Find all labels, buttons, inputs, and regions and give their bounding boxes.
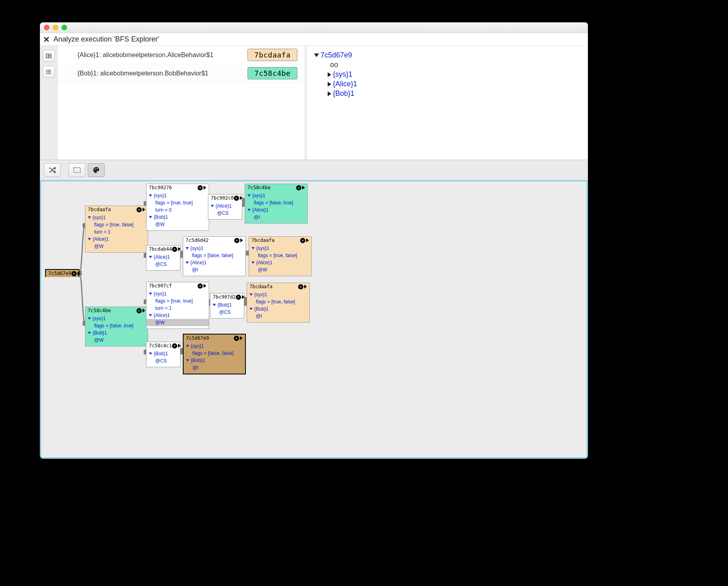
node-close-icon[interactable]: ✕	[136, 308, 142, 313]
node-close-icon[interactable]: ✕	[236, 295, 241, 300]
state-body: {sys}1flags = [true, false]turn = 1{Alic…	[85, 213, 148, 252]
thread-hash-chip[interactable]: 7bcdaafa	[247, 49, 297, 61]
node-expand-icon[interactable]	[304, 285, 307, 289]
node-expand-icon[interactable]	[242, 295, 245, 299]
state-line: @W	[146, 319, 209, 326]
close-icon[interactable]	[44, 25, 49, 30]
state-line: @CS	[219, 309, 241, 316]
titlebar[interactable]	[40, 22, 588, 33]
close-tab-icon[interactable]: ✕	[43, 36, 51, 44]
state-line: @W	[258, 266, 309, 273]
state-node[interactable]: 7bcdaafa✕{sys}1flags = [true, false]{Bob…	[247, 283, 310, 323]
node-expand-icon[interactable]	[142, 208, 145, 212]
node-expand-icon[interactable]	[178, 344, 181, 348]
state-line: flags = [true, false]	[94, 221, 145, 228]
chevron-right-icon[interactable]	[328, 72, 331, 77]
node-expand-icon[interactable]	[142, 309, 145, 313]
state-line: {sys}1	[186, 342, 243, 350]
state-line: flags = [true, true]	[155, 297, 206, 305]
state-line: @W	[155, 221, 206, 228]
state-body: {sys}1flags = [true, false]{Alice}1@W	[249, 244, 311, 276]
state-node[interactable]: 7c5d67e9✕	[45, 269, 79, 277]
node-expand-icon[interactable]	[240, 238, 243, 242]
node-close-icon[interactable]: ✕	[300, 238, 305, 243]
state-hash: 7bcdaafa	[249, 284, 273, 289]
svg-point-5	[46, 73, 47, 73]
minimize-icon[interactable]	[53, 25, 58, 30]
chevron-right-icon[interactable]	[328, 82, 331, 87]
tree-item-label: {Bob}1	[333, 89, 354, 98]
node-close-icon[interactable]: ✕	[136, 207, 142, 212]
state-line: @I	[254, 214, 305, 221]
state-hash: 7bcdab44	[149, 246, 172, 252]
node-close-icon[interactable]: ✕	[234, 238, 239, 243]
marquee-select-button[interactable]	[69, 163, 85, 177]
state-line: {Alice}1	[247, 206, 305, 214]
tree-root[interactable]: 7c5d67e9	[314, 51, 581, 59]
state-node[interactable]: 7c5d6d42✕{sys}1flags = [false, false]{Al…	[183, 236, 246, 276]
node-expand-icon[interactable]	[77, 271, 80, 275]
state-body: {sys}1flags = [true, true]turn = 0{Bob}1…	[146, 191, 209, 230]
state-node[interactable]: 7bcdaafa✕{sys}1flags = [true, false]{Ali…	[249, 236, 312, 276]
node-expand-icon[interactable]	[178, 247, 181, 251]
thread-row[interactable]: {Alice}1: alicebobmeetpeterson.AliceBeha…	[57, 46, 305, 64]
state-line: {Bob}1	[149, 214, 206, 221]
node-close-icon[interactable]: ✕	[234, 196, 239, 201]
node-expand-icon[interactable]	[204, 186, 206, 190]
palette-button[interactable]	[88, 163, 105, 177]
node-close-icon[interactable]: ✕	[298, 284, 303, 289]
node-expand-icon[interactable]	[302, 186, 305, 190]
state-line: flags = [true, false]	[256, 298, 307, 305]
thread-hash-chip[interactable]: 7c58c4be	[247, 67, 297, 79]
chevron-right-icon[interactable]	[328, 91, 331, 96]
state-line: {sys}1	[88, 214, 145, 221]
state-line: {Alice}1	[186, 259, 243, 266]
chevron-down-icon[interactable]	[314, 53, 319, 57]
node-expand-icon[interactable]	[240, 336, 243, 340]
thread-label: {Alice}1: alicebobmeetpeterson.AliceBeha…	[77, 51, 214, 59]
state-line: {sys}1	[88, 315, 145, 322]
state-node[interactable]: 7bc90276✕{sys}1flags = [true, true]turn …	[146, 184, 209, 231]
thread-row[interactable]: {Bob}1: alicebobmeetpeterson.BobBehavior…	[57, 64, 305, 83]
list-icon[interactable]	[43, 66, 55, 78]
state-line: turn = 0	[155, 206, 206, 214]
state-line: flags = [false, false]	[192, 252, 243, 259]
node-expand-icon[interactable]	[240, 196, 243, 200]
tree-item[interactable]: {Bob}1	[328, 89, 581, 98]
tree-item[interactable]: {Alice}1	[328, 80, 581, 88]
import-icon[interactable]	[43, 50, 55, 62]
shuffle-layout-button[interactable]	[44, 163, 61, 177]
state-line: @CS	[217, 210, 239, 217]
state-node[interactable]: 7c58c4c1✕{Bob}1@CS	[146, 342, 180, 367]
node-close-icon[interactable]: ✕	[71, 271, 77, 276]
state-node[interactable]: 7bc907cf✕{sys}1flags = [true, true]turn …	[146, 282, 209, 329]
graph-canvas[interactable]: 7c5d67e9✕7bcdaafa✕{sys}1flags = [true, f…	[40, 180, 588, 458]
node-close-icon[interactable]: ✕	[198, 283, 203, 289]
svg-point-3	[46, 71, 47, 72]
window-title: Analyze execution 'BFS Explorer'	[53, 35, 159, 44]
node-close-icon[interactable]: ✕	[172, 343, 177, 348]
state-node[interactable]: 7c58c4be✕{sys}1flags = [false, true]{Bob…	[85, 307, 148, 346]
node-expand-icon[interactable]	[306, 238, 309, 242]
state-line: flags = [true, false]	[258, 252, 309, 259]
state-node[interactable]: 7bc907d2✕{Bob}1@CS	[210, 293, 244, 319]
node-close-icon[interactable]: ✕	[234, 336, 239, 341]
node-close-icon[interactable]: ✕	[198, 185, 203, 190]
state-tree-panel: 7c5d67e9 oo {sys}1{Alice}1{Bob}1	[307, 46, 588, 160]
state-node[interactable]: 7bcdaafa✕{sys}1flags = [true, false]turn…	[85, 206, 148, 253]
state-body: {sys}1flags = [false, true]{Alice}1@I	[245, 191, 307, 223]
node-close-icon[interactable]: ✕	[296, 185, 301, 190]
state-node[interactable]: 7c5d67e9✕{sys}1flags = [false, false]{Bo…	[183, 334, 246, 374]
state-hash: 7bcdaafa	[251, 238, 275, 243]
state-node[interactable]: 7c58c4be✕{sys}1flags = [false, true]{Ali…	[245, 184, 308, 224]
threads-panel: {Alice}1: alicebobmeetpeterson.AliceBeha…	[57, 46, 307, 160]
tree-item[interactable]: {sys}1	[328, 70, 581, 79]
svg-rect-7	[74, 168, 81, 172]
state-node[interactable]: 7bc902c0✕{Alice}1@CS	[208, 194, 242, 220]
state-node[interactable]: 7bcdab44✕{Alice}1@CS	[146, 245, 180, 271]
state-line: flags = [false, false]	[192, 350, 243, 357]
state-hash: 7bc90276	[149, 185, 172, 190]
zoom-icon[interactable]	[61, 25, 67, 30]
node-close-icon[interactable]: ✕	[172, 247, 177, 252]
node-expand-icon[interactable]	[204, 284, 206, 288]
